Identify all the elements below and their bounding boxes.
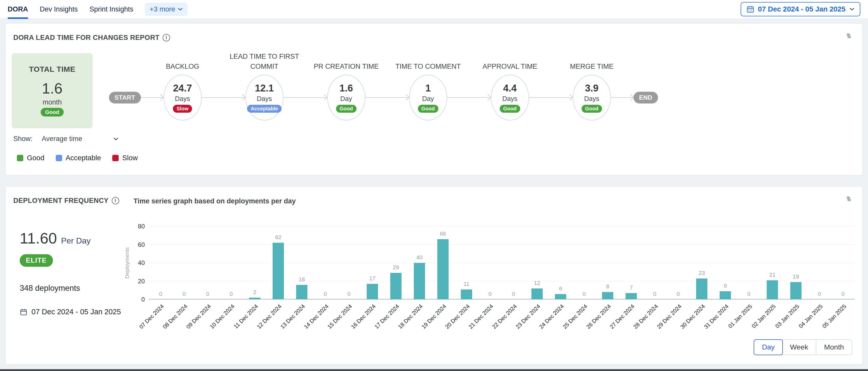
- stage-circle: 24.7DaysSlow: [163, 75, 202, 121]
- flow-arrow: [611, 97, 633, 98]
- stage-circle: 3.9DaysGood: [572, 75, 611, 121]
- bar-16-dec-2024: [367, 284, 378, 299]
- gridline-40: [149, 263, 855, 263]
- x-tick-04-jan-2025: 04 Jan 2025: [798, 303, 824, 330]
- x-tick-14-dec-2024: 14 Dec 2024: [303, 303, 330, 330]
- show-metric-select[interactable]: Average time: [42, 135, 119, 143]
- bar-value-label: 0: [583, 291, 586, 297]
- stage-value: 1: [425, 83, 431, 94]
- x-tick-02-jan-2025: 02 Jan 2025: [750, 303, 777, 330]
- stage-label: MERGE TIME: [548, 62, 635, 72]
- bar-24-dec-2024: [555, 294, 566, 299]
- legend-item-acceptable: Acceptable: [56, 154, 101, 162]
- x-tick-24-dec-2024: 24 Dec 2024: [538, 303, 565, 330]
- flow-arrow: [284, 97, 327, 98]
- legend-swatch: [112, 155, 119, 161]
- bar-20-dec-2024: [461, 290, 472, 299]
- granularity-day[interactable]: Day: [754, 339, 783, 355]
- granularity-toggle: DayWeekMonth: [754, 339, 852, 355]
- deployment-stats: 11.60 Per Day ELITE 348 deployments 07 D…: [20, 230, 121, 316]
- bar-value-label: 0: [159, 291, 162, 297]
- date-range-picker[interactable]: 07 Dec 2024 - 05 Jan 2025: [741, 2, 860, 16]
- y-axis-label: Deployments: [121, 226, 133, 299]
- bar-value-label: 21: [769, 272, 775, 278]
- bar-19-dec-2024: [437, 239, 448, 299]
- x-tick-08-dec-2024: 08 Dec 2024: [162, 303, 189, 330]
- stage-circle: 1DayGood: [409, 75, 447, 121]
- deployment-rate-unit: Per Day: [61, 236, 91, 245]
- x-tick-28-dec-2024: 28 Dec 2024: [632, 303, 659, 330]
- bar-value-label: 62: [275, 234, 281, 241]
- y-tick-80: 80: [138, 223, 145, 230]
- granularity-month[interactable]: Month: [816, 340, 851, 355]
- x-tick-26-dec-2024: 26 Dec 2024: [585, 303, 613, 330]
- x-tick-20-dec-2024: 20 Dec 2024: [444, 303, 471, 330]
- stage-status-badge: Good: [500, 105, 520, 113]
- granularity-week[interactable]: Week: [782, 340, 816, 355]
- bar-13-dec-2024: [296, 285, 307, 299]
- info-icon[interactable]: i: [163, 34, 170, 41]
- bar-value-label: 8: [606, 283, 609, 290]
- y-tick-40: 40: [138, 259, 145, 267]
- y-tick-0: 0: [142, 296, 145, 303]
- stage-unit: Days: [257, 95, 272, 103]
- tab-dev-insights[interactable]: Dev Insights: [40, 0, 78, 19]
- info-icon[interactable]: i: [112, 197, 119, 204]
- bar-26-dec-2024: [602, 292, 613, 299]
- gridline-60: [149, 244, 855, 245]
- bar-11-dec-2024: [249, 298, 260, 299]
- x-tick-15-dec-2024: 15 Dec 2024: [326, 303, 354, 330]
- flow-start-pill: START: [109, 92, 141, 103]
- x-tick-12-dec-2024: 12 Dec 2024: [256, 303, 283, 330]
- bar-value-label: 0: [230, 291, 233, 297]
- bar-18-dec-2024: [414, 263, 425, 299]
- bar-23-dec-2024: [531, 289, 543, 299]
- stage-label: PR CREATION TIME: [303, 62, 390, 72]
- legend-swatch: [56, 155, 62, 161]
- x-tick-22-dec-2024: 22 Dec 2024: [491, 303, 518, 330]
- bar-02-jan-2025: [767, 280, 778, 299]
- stage-unit: Day: [340, 95, 352, 103]
- stage-approval-time: APPROVAL TIME4.4DaysGood: [491, 54, 529, 121]
- stage-label: TIME TO COMMENT: [385, 62, 472, 72]
- more-tabs-button[interactable]: +3 more: [145, 3, 187, 16]
- lead-time-card: DORA LEAD TIME FOR CHANGES REPORT i TOTA…: [5, 23, 863, 176]
- flow-arrow: [202, 97, 245, 98]
- bar-value-label: 9: [724, 282, 727, 289]
- date-range-label: 07 Dec 2024 - 05 Jan 2025: [758, 5, 845, 13]
- bar-12-dec-2024: [273, 243, 284, 299]
- deployment-chart: Deployments 020406080 000026216001729406…: [121, 226, 855, 340]
- bar-value-label: 0: [347, 291, 350, 297]
- legend-item-good: Good: [17, 154, 44, 162]
- stage-status-badge: Good: [582, 105, 602, 113]
- stage-value: 4.4: [503, 83, 517, 94]
- legend-item-slow: Slow: [112, 154, 138, 162]
- bar-value-label: 0: [183, 291, 186, 297]
- x-axis-labels: 07 Dec 202408 Dec 202409 Dec 202410 Dec …: [149, 299, 855, 340]
- stage-unit: Days: [584, 95, 599, 103]
- deployment-settings-button[interactable]: [844, 194, 854, 203]
- tab-sprint-insights[interactable]: Sprint Insights: [90, 0, 133, 19]
- stage-unit: Day: [422, 95, 434, 103]
- bar-value-label: 6: [559, 285, 562, 292]
- stage-lead-time-to-first-commit: LEAD TIME TO FIRST COMMIT12.1DaysAccepta…: [245, 54, 284, 121]
- bar-value-label: 66: [440, 231, 446, 237]
- calendar-icon: [746, 5, 754, 13]
- deployment-date-range: 07 Dec 2024 - 05 Jan 2025: [31, 308, 121, 316]
- legend-swatch: [17, 155, 23, 161]
- bar-27-dec-2024: [625, 293, 637, 299]
- more-tabs-label: +3 more: [150, 5, 175, 13]
- bar-30-dec-2024: [696, 278, 707, 299]
- stage-circle: 12.1DaysAcceptable: [245, 75, 284, 121]
- total-time-card: TOTAL TIME 1.6 month Good: [12, 53, 93, 128]
- x-tick-16-dec-2024: 16 Dec 2024: [350, 303, 377, 330]
- lead-time-settings-button[interactable]: [844, 31, 854, 40]
- stage-time-to-comment: TIME TO COMMENT1DayGood: [409, 54, 447, 121]
- window-bottom-edge: [0, 369, 868, 371]
- bar-value-label: 12: [534, 280, 540, 286]
- chevron-down-icon: [178, 7, 183, 11]
- elite-tier-badge: ELITE: [20, 254, 53, 267]
- calendar-icon: [20, 308, 27, 316]
- tab-dora[interactable]: DORA: [8, 0, 28, 19]
- stage-label: APPROVAL TIME: [466, 62, 553, 72]
